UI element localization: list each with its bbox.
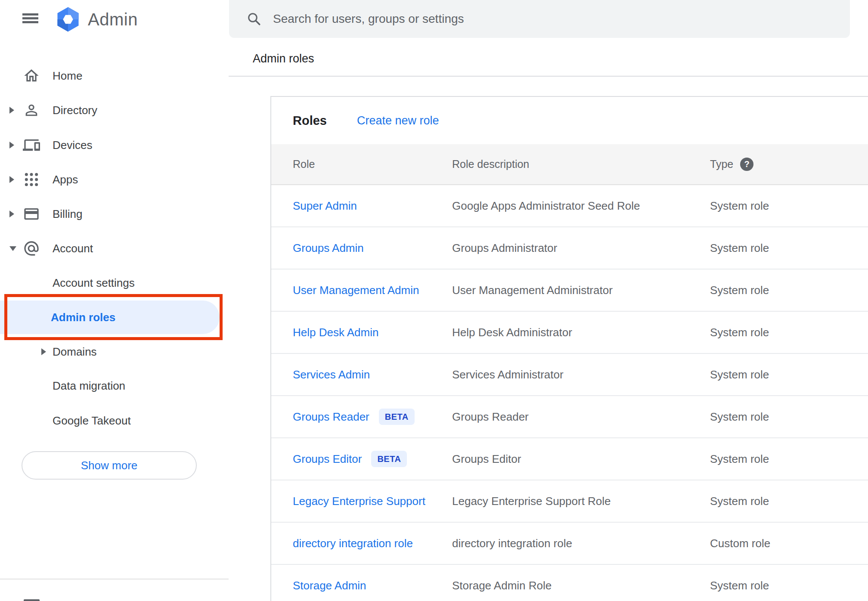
sidebar-item-label: Devices — [53, 139, 92, 152]
role-description: Services Administrator — [452, 368, 710, 381]
table-row: Legacy Enterprise SupportLegacy Enterpri… — [271, 480, 868, 523]
sidebar-item-label: Admin roles — [51, 311, 115, 324]
role-type: Custom role — [710, 537, 868, 550]
apps-icon — [23, 171, 40, 188]
chevron-right-icon[interactable] — [9, 142, 14, 149]
chevron-right-icon[interactable] — [41, 348, 46, 355]
column-header-role: Role — [293, 158, 452, 170]
search-bar[interactable] — [229, 0, 850, 38]
sidebar-item-data-migration[interactable]: Data migration — [0, 369, 229, 403]
sidebar-item-label: Directory — [53, 104, 97, 117]
role-link[interactable]: Groups Editor — [293, 452, 362, 466]
role-link[interactable]: directory integration role — [293, 537, 413, 550]
sidebar: Admin HomeDirectoryDevicesAppsBillingAcc… — [0, 0, 229, 601]
roles-card-header: Roles Create new role — [271, 97, 868, 144]
table-row: Groups EditorBETAGroups EditorSystem rol… — [271, 438, 868, 480]
search-icon — [246, 11, 262, 27]
main-content: Admin roles Roles Create new role Role R… — [229, 0, 868, 601]
role-link[interactable]: Storage Admin — [293, 579, 366, 592]
sidebar-item-label: Home — [53, 69, 82, 83]
role-description: Groups Editor — [452, 452, 710, 466]
role-link[interactable]: Groups Reader — [293, 410, 369, 424]
role-description: Groups Reader — [452, 410, 710, 424]
show-more-button[interactable]: Show more — [22, 451, 197, 480]
table-header-row: Role Role description Type ? — [271, 144, 868, 185]
beta-badge: BETA — [371, 451, 407, 467]
sidebar-item-billing[interactable]: Billing — [0, 197, 229, 231]
sidebar-item-label: Domains — [53, 345, 97, 359]
sidebar-item-devices[interactable]: Devices — [0, 128, 229, 162]
sidebar-item-apps[interactable]: Apps — [0, 162, 229, 197]
sidebar-item-label: Apps — [53, 173, 78, 186]
help-icon[interactable]: ? — [740, 158, 753, 171]
admin-logo: Admin — [54, 6, 138, 33]
chevron-down-icon[interactable] — [9, 246, 16, 251]
role-link[interactable]: Services Admin — [293, 368, 370, 381]
sidebar-header: Admin — [0, 0, 229, 39]
table-row: Help Desk AdminHelp Desk AdministratorSy… — [271, 312, 868, 354]
sidebar-item-label: Account settings — [53, 276, 135, 290]
sidebar-item-home[interactable]: Home — [0, 59, 229, 93]
sidebar-item-account-settings[interactable]: Account settings — [0, 266, 229, 300]
role-type: System role — [710, 199, 868, 213]
person-icon — [23, 102, 40, 119]
app-title: Admin — [88, 10, 138, 29]
role-description: directory integration role — [452, 537, 710, 550]
sidebar-item-admin-roles[interactable]: Admin roles — [0, 300, 229, 335]
sidebar-item-label: Account — [53, 242, 93, 255]
sidebar-item-directory[interactable]: Directory — [0, 93, 229, 127]
role-type: System role — [710, 242, 868, 255]
table-row: Storage AdminStorage Admin RoleSystem ro… — [271, 565, 868, 601]
role-description: Google Apps Administrator Seed Role — [452, 199, 710, 213]
roles-card: Roles Create new role Role Role descript… — [270, 96, 868, 601]
table-row: Groups AdminGroups AdministratorSystem r… — [271, 227, 868, 270]
role-type: System role — [710, 410, 868, 424]
column-header-description: Role description — [452, 158, 710, 170]
table-row: Services AdminServices AdministratorSyst… — [271, 354, 868, 396]
role-description: Help Desk Administrator — [452, 326, 710, 339]
role-type: System role — [710, 284, 868, 297]
role-description: Storage Admin Role — [452, 579, 710, 592]
partially-visible-icon — [24, 599, 40, 601]
sidebar-item-label: Google Takeout — [53, 414, 131, 428]
sidebar-item-label: Data migration — [53, 379, 125, 393]
role-type: System role — [710, 452, 868, 466]
table-row: Super AdminGoogle Apps Administrator See… — [271, 185, 868, 227]
search-input[interactable] — [273, 12, 837, 26]
create-new-role-link[interactable]: Create new role — [357, 114, 439, 127]
role-description: User Management Administrator — [452, 284, 710, 297]
chevron-right-icon[interactable] — [9, 107, 14, 114]
breadcrumb-divider — [229, 76, 868, 77]
breadcrumb: Admin roles — [253, 52, 314, 65]
role-link[interactable]: Help Desk Admin — [293, 326, 378, 339]
roles-title: Roles — [293, 114, 327, 128]
role-link[interactable]: Groups Admin — [293, 242, 364, 255]
role-link[interactable]: User Management Admin — [293, 284, 419, 297]
role-link[interactable]: Legacy Enterprise Support — [293, 495, 425, 508]
role-description: Groups Administrator — [452, 242, 710, 255]
card-icon — [23, 205, 40, 223]
roles-table-body: Super AdminGoogle Apps Administrator See… — [271, 185, 868, 601]
chevron-right-icon[interactable] — [9, 176, 14, 183]
table-row: directory integration roledirectory inte… — [271, 523, 868, 565]
table-row: Groups ReaderBETAGroups ReaderSystem rol… — [271, 396, 868, 438]
table-row: User Management AdminUser Management Adm… — [271, 270, 868, 312]
role-link[interactable]: Super Admin — [293, 199, 357, 213]
devices-icon — [23, 136, 40, 154]
sidebar-item-google-takeout[interactable]: Google Takeout — [0, 403, 229, 438]
sidebar-item-label: Billing — [53, 208, 82, 221]
role-type: System role — [710, 495, 868, 508]
sidebar-footer-divider — [0, 579, 229, 579]
hamburger-menu-icon[interactable] — [22, 13, 38, 23]
role-type: System role — [710, 368, 868, 381]
chevron-right-icon[interactable] — [9, 211, 14, 217]
beta-badge: BETA — [379, 409, 415, 425]
sidebar-item-account[interactable]: Account — [0, 231, 229, 266]
home-icon — [23, 67, 40, 84]
role-description: Legacy Enterprise Support Role — [452, 495, 710, 508]
admin-hexagon-icon — [54, 6, 82, 33]
role-type: System role — [710, 326, 868, 339]
role-type: System role — [710, 579, 868, 592]
column-header-type: Type ? — [710, 158, 868, 171]
sidebar-item-domains[interactable]: Domains — [0, 335, 229, 369]
